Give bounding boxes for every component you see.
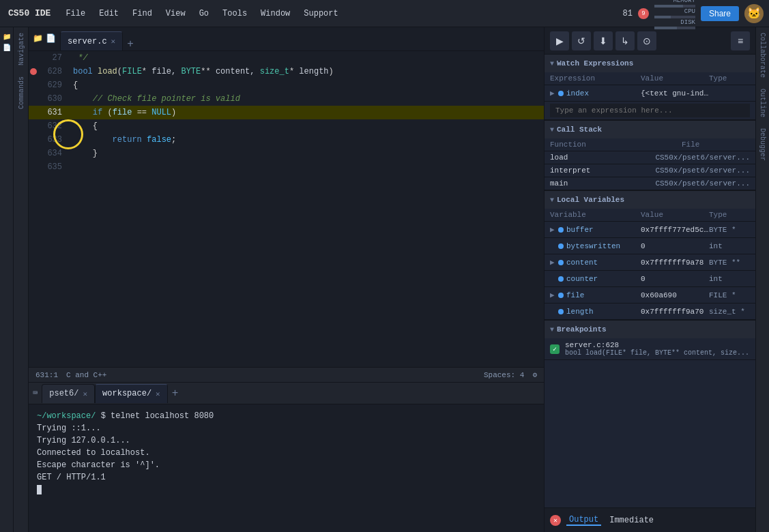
watch-arrow-icon: ▼ bbox=[550, 60, 554, 68]
outline-label[interactable]: Outline bbox=[759, 89, 766, 117]
menu-view[interactable]: View bbox=[159, 0, 192, 27]
cs-file-load: CS50x/pset6/server... bbox=[655, 153, 750, 162]
terminal-tab-workspace[interactable]: workspace/ ✕ bbox=[95, 384, 168, 403]
bp-name: server.c:628 bbox=[565, 341, 749, 349]
watch-row-expand-icon[interactable]: ▶ bbox=[550, 89, 558, 98]
debug-menu-button[interactable]: ≡ bbox=[731, 31, 750, 50]
debug-play-button[interactable]: ▶ bbox=[550, 31, 569, 50]
navigate-label[interactable]: Navigate bbox=[14, 27, 28, 71]
immediate-tab[interactable]: Immediate bbox=[607, 516, 656, 525]
call-stack-label: Call Stack bbox=[557, 125, 602, 134]
spaces-indicator: Spaces: 4 bbox=[484, 371, 524, 379]
memory-label: MEMORY bbox=[673, 0, 695, 4]
right-edge: Collaborate Outline Debugger bbox=[755, 27, 769, 532]
language-indicator: C and C++ bbox=[66, 371, 106, 379]
file-icon[interactable]: 📄 bbox=[1, 44, 12, 52]
lv-expand-content-icon[interactable]: ▶ bbox=[550, 258, 558, 267]
file-tab-icon[interactable]: 📄 bbox=[46, 33, 56, 44]
cs-row-interpret[interactable]: interpret CS50x/pset6/server... bbox=[545, 164, 755, 177]
lv-dot-buffer-icon bbox=[558, 227, 564, 233]
watch-var-index-name: index bbox=[566, 89, 641, 98]
lv-row-file: ▶ file 0x60a690 FILE * bbox=[545, 287, 755, 304]
lv-buffer-type: BYTE * bbox=[709, 226, 750, 234]
close-circle-button[interactable]: ✕ bbox=[550, 515, 561, 526]
lv-bw-val: 0 bbox=[641, 242, 709, 250]
tab-server-c-close[interactable]: ✕ bbox=[111, 37, 116, 46]
debug-step-over-button[interactable]: ⬇ bbox=[594, 31, 613, 50]
status-bar: 631:1 C and C++ Spaces: 4 ⚙ bbox=[29, 367, 544, 382]
call-stack-header[interactable]: ▼ Call Stack bbox=[545, 121, 755, 138]
code-line-27: 27 */ bbox=[29, 51, 544, 65]
line-num-629: 629 bbox=[38, 80, 69, 90]
lv-length-val: 0x7fffffff9a70 bbox=[641, 308, 709, 316]
menu-support[interactable]: Support bbox=[297, 0, 345, 27]
debug-bottom: ✕ Output Immediate bbox=[545, 507, 755, 532]
tab-add-button[interactable]: + bbox=[123, 38, 138, 50]
menu-go[interactable]: Go bbox=[192, 0, 216, 27]
code-line-635: 635 bbox=[29, 160, 544, 174]
debug-stop-button[interactable]: ⊙ bbox=[637, 31, 656, 50]
lv-row-content: ▶ content 0x7fffffff9a78 BYTE ** bbox=[545, 254, 755, 271]
lv-file-type: FILE * bbox=[709, 291, 750, 299]
tab-server-c[interactable]: server.c ✕ bbox=[60, 31, 123, 50]
watch-expressions-header[interactable]: ▼ Watch Expressions bbox=[545, 55, 755, 72]
lv-dot-length-icon bbox=[558, 309, 564, 314]
settings-gear-icon[interactable]: ⚙ bbox=[532, 370, 537, 379]
line-content-629[interactable]: { bbox=[69, 78, 544, 92]
lv-row-buffer: ▶ buffer 0x7ffff777ed5c <_IO_new... BYTE… bbox=[545, 222, 755, 238]
terminal-line-3: Connected to localhost. bbox=[37, 447, 536, 459]
terminal-tab-icons: ⌨ bbox=[29, 381, 42, 405]
debug-toolbar: ▶ ↺ ⬇ ↳ ⊙ ≡ bbox=[545, 27, 755, 55]
bp-check-icon[interactable]: ✓ bbox=[550, 344, 560, 354]
collaborate-label[interactable]: Collaborate bbox=[759, 33, 766, 78]
output-tab[interactable]: Output bbox=[566, 515, 601, 526]
line-content-631[interactable]: if (file == NULL) bbox=[69, 106, 544, 119]
avatar[interactable]: 🐱 bbox=[744, 4, 764, 23]
debugger-label[interactable]: Debugger bbox=[759, 128, 766, 161]
line-content-634[interactable]: } bbox=[69, 147, 544, 160]
breakpoints-header[interactable]: ▼ Breakpoints bbox=[545, 321, 755, 338]
terminal-tab-pset6-close[interactable]: ✕ bbox=[83, 389, 87, 398]
folder-icon[interactable]: 📁 bbox=[1, 33, 12, 41]
debug-step-into-button[interactable]: ↳ bbox=[615, 31, 635, 50]
lv-counter-type: int bbox=[709, 275, 750, 283]
lv-expand-buffer-icon[interactable]: ▶ bbox=[550, 225, 558, 234]
share-button[interactable]: Share bbox=[701, 6, 739, 21]
lv-file-name: file bbox=[566, 291, 641, 299]
menu-edit[interactable]: Edit bbox=[92, 0, 126, 27]
line-content-630[interactable]: // Check file pointer is valid bbox=[69, 92, 544, 106]
notification-badge[interactable]: 9 bbox=[638, 8, 649, 19]
menu-tools[interactable]: Tools bbox=[216, 0, 254, 27]
line-content-628[interactable]: bool load(FILE* file, BYTE** content, si… bbox=[69, 65, 544, 78]
menu-window[interactable]: Window bbox=[254, 0, 297, 27]
code-line-631: 631 if (file == NULL) bbox=[29, 106, 544, 119]
terminal-tab-workspace-close[interactable]: ✕ bbox=[156, 389, 160, 398]
line-content-27[interactable]: */ bbox=[69, 51, 544, 65]
folder-tab-icon[interactable]: 📁 bbox=[33, 33, 43, 44]
terminal-cursor-line[interactable] bbox=[37, 484, 536, 496]
menu-file[interactable]: File bbox=[59, 0, 92, 27]
line-content-633[interactable]: return false; bbox=[69, 133, 544, 147]
watch-expression-input[interactable] bbox=[550, 104, 750, 117]
line-num-631: 631 bbox=[38, 108, 69, 117]
lv-buffer-val: 0x7ffff777ed5c <_IO_new... bbox=[641, 226, 709, 234]
breakpoints-arrow-icon: ▼ bbox=[550, 326, 554, 334]
cs-col-file: File bbox=[682, 141, 750, 149]
terminal-add-button[interactable]: + bbox=[168, 387, 183, 400]
terminal-tab-pset6[interactable]: pset6/ ✕ bbox=[42, 384, 95, 403]
debug-restart-button[interactable]: ↺ bbox=[572, 31, 591, 50]
left-sidebar: 📁 📄 bbox=[0, 27, 14, 532]
menu-find[interactable]: Find bbox=[126, 0, 159, 27]
cs-row-main[interactable]: main CS50x/pset6/server... bbox=[545, 177, 755, 190]
commands-label[interactable]: Commands bbox=[14, 71, 28, 115]
cs-row-load[interactable]: load CS50x/pset6/server... bbox=[545, 151, 755, 164]
breakpoint-area-628[interactable] bbox=[29, 68, 38, 75]
terminal-content[interactable]: ~/workspace/ $ telnet localhost 8080 Try… bbox=[29, 404, 544, 532]
tab-bar-icons: 📁 📄 bbox=[29, 27, 60, 50]
watch-var-index-val: {<text gnu-indir... bbox=[641, 89, 709, 98]
line-content-632[interactable]: { bbox=[69, 119, 544, 133]
local-variables-header[interactable]: ▼ Local Variables bbox=[545, 191, 755, 209]
line-num-628: 628 bbox=[38, 67, 69, 76]
lv-expand-file-icon[interactable]: ▶ bbox=[550, 291, 558, 299]
menubar: CS50 IDE File Edit Find View Go Tools Wi… bbox=[0, 0, 769, 27]
